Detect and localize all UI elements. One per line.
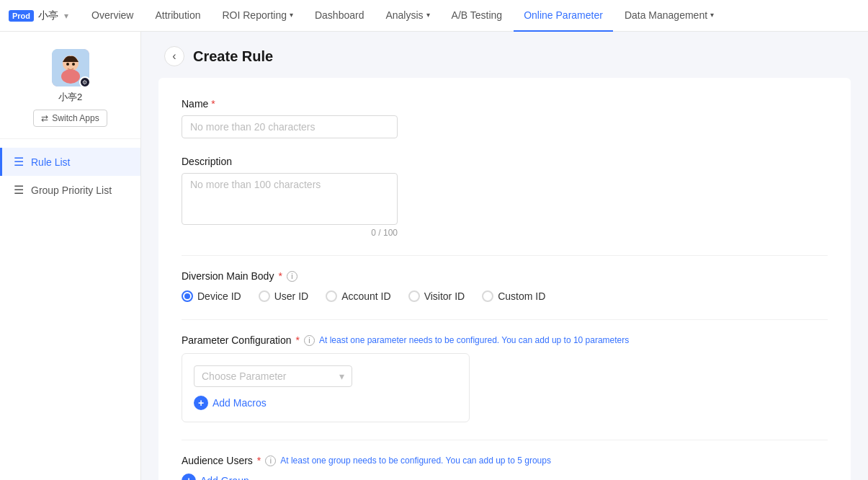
audience-section: Audience Users * i At least one group ne… [182,455,828,480]
brand-chevron-icon[interactable]: ▾ [64,11,68,21]
top-navigation: Prod 小亭 ▾ Overview Attribution ROI Repor… [0,0,868,32]
param-info-icon[interactable]: i [304,335,315,346]
audience-required-mark: * [257,455,261,466]
sidebar: ⚙ 小亭2 ⇄ Switch Apps ☰ Rule List ☰ Group … [0,32,141,480]
radio-circle-visitor-id [408,290,420,302]
choose-parameter-select[interactable]: Choose Parameter ▾ [194,365,352,387]
radio-dot-device-id [184,293,190,299]
rule-list-icon: ☰ [14,155,24,169]
main-layout: ⚙ 小亭2 ⇄ Switch Apps ☰ Rule List ☰ Group … [0,32,868,480]
divider-1 [182,255,828,256]
page-title: Create Rule [193,48,273,65]
diversion-radio-group: Device ID User ID Account ID [182,290,828,302]
add-macros-icon: + [194,396,208,410]
audience-hint: At least one group needs to be configure… [280,455,551,466]
param-required-mark: * [296,334,300,346]
nav-online-parameter[interactable]: Online Parameter [514,0,613,32]
radio-circle-account-id [326,290,337,302]
description-label: Description [182,156,828,167]
nav-roi-reporting[interactable]: ROI Reporting ▾ [212,0,303,32]
avatar-wrapper: ⚙ [52,49,89,86]
sidebar-item-group-priority[interactable]: ☰ Group Priority List [0,176,140,204]
divider-3 [182,440,828,440]
sidebar-menu: ☰ Rule List ☰ Group Priority List [0,145,140,207]
sidebar-item-rule-list[interactable]: ☰ Rule List [0,148,140,176]
roi-chevron-icon: ▾ [290,11,293,19]
nav-ab-testing[interactable]: A/B Testing [442,0,513,32]
radio-circle-user-id [259,290,270,302]
create-rule-form: Name * Description 0 / 100 Diversion Mai… [158,78,851,480]
audience-label: Audience Users * i At least one group ne… [182,455,828,466]
group-priority-icon: ☰ [14,183,24,197]
description-input[interactable] [182,173,398,225]
diversion-required-mark: * [278,270,282,282]
char-count: 0 / 100 [182,228,398,238]
sidebar-profile: ⚙ 小亭2 ⇄ Switch Apps [0,43,140,139]
add-group-icon: + [182,474,196,480]
avatar-badge: ⚙ [79,76,91,88]
nav-links: Overview Attribution ROI Reporting ▾ Das… [81,0,859,32]
brand-area[interactable]: Prod 小亭 ▾ [9,9,68,22]
env-badge: Prod [9,10,34,22]
back-button[interactable]: ‹ [164,46,184,66]
param-config-label: Parameter Configuration * i At least one… [182,334,828,346]
name-label: Name * [182,98,828,110]
radio-user-id[interactable]: User ID [259,290,308,302]
svg-point-3 [66,63,69,66]
switch-apps-button[interactable]: ⇄ Switch Apps [33,110,107,127]
audience-info-icon[interactable]: i [265,455,276,466]
parameter-config-section: Parameter Configuration * i At least one… [182,334,828,422]
diversion-section: Diversion Main Body * i Device ID [182,270,828,302]
name-input[interactable] [182,115,398,138]
name-section: Name * [182,98,828,138]
main-content: ‹ Create Rule Name * Description 0 / 100 [141,32,868,480]
add-group-button[interactable]: + Add Group [182,474,828,480]
nav-analysis[interactable]: Analysis ▾ [375,0,439,32]
switch-icon: ⇄ [41,113,48,123]
nav-data-management[interactable]: Data Management ▾ [614,0,724,32]
analysis-chevron-icon: ▾ [426,11,430,19]
radio-device-id[interactable]: Device ID [182,290,241,302]
radio-account-id[interactable]: Account ID [326,290,390,302]
radio-circle-custom-id [482,290,493,302]
nav-overview[interactable]: Overview [81,0,143,32]
diversion-info-icon[interactable]: i [287,271,297,282]
name-required-mark: * [211,98,215,110]
nav-attribution[interactable]: Attribution [145,0,210,32]
brand-name: 小亭 [38,9,58,22]
add-macros-button[interactable]: + Add Macros [194,396,457,410]
nav-dashboard[interactable]: Dashboard [305,0,375,32]
select-chevron-icon: ▾ [339,370,344,382]
description-section: Description 0 / 100 [182,156,828,238]
radio-circle-device-id [182,290,193,302]
data-management-chevron-icon: ▾ [710,11,714,19]
divider-2 [182,319,828,320]
radio-custom-id[interactable]: Custom ID [482,290,545,302]
diversion-label: Diversion Main Body * i [182,270,828,282]
radio-visitor-id[interactable]: Visitor ID [408,290,465,302]
page-header: ‹ Create Rule [141,32,868,78]
profile-name: 小亭2 [58,91,82,104]
param-hint: At least one parameter needs to be confi… [319,335,629,345]
param-box: Choose Parameter ▾ + Add Macros [182,353,470,422]
svg-point-4 [72,63,75,66]
svg-point-2 [61,69,80,84]
